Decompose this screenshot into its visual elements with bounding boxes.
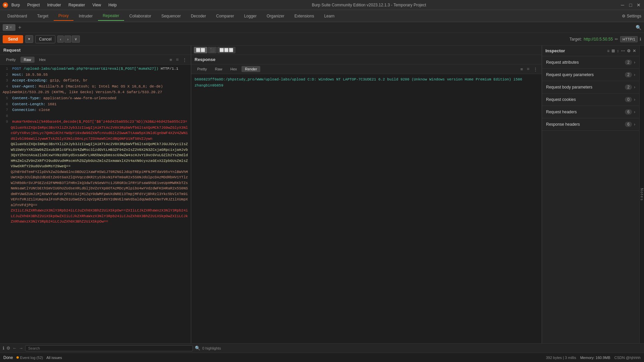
send-options-button[interactable]: ▾ (25, 35, 33, 43)
nav-tab-repeater[interactable]: Repeater (98, 11, 124, 21)
layout-btn-1[interactable]: ⬜⬜ (194, 47, 207, 53)
req-body-count: 2 (625, 84, 632, 90)
request-tab-hex[interactable]: Hex (36, 57, 49, 63)
title-bar: B Burp Project Intruder Repeater View He… (0, 0, 644, 10)
request-content: 1 POST /upload-labs/upload/web.php?0=ass… (0, 65, 191, 343)
nav-down-button[interactable]: ∨ (72, 36, 80, 43)
response-tab-hex[interactable]: Hex (227, 66, 240, 72)
inspector-item-req-body: Request body parameters 2 › (542, 81, 639, 94)
nav-tab-comparer[interactable]: Comparer (211, 12, 238, 20)
settings-button[interactable]: ⚙ Settings (622, 14, 641, 18)
inspector-grid-icon[interactable]: ⊞ (611, 49, 615, 53)
inspector-sort-icon[interactable]: ↕ (617, 49, 619, 53)
cancel-button[interactable]: Cancel (35, 35, 55, 43)
inspector-item-req-cookies-header[interactable]: Request cookies 0 › (542, 94, 639, 106)
request-line-2: 2 Host: 10.5.50.55 (3, 72, 188, 78)
bottom-forward-button[interactable]: → (19, 346, 23, 351)
req-query-chevron: › (634, 72, 635, 77)
maximize-button[interactable]: □ (628, 2, 633, 8)
inspector-close-icon[interactable]: ✕ (633, 49, 636, 53)
menu-project[interactable]: Project (26, 2, 41, 8)
target-label: Target: (570, 37, 582, 42)
main-nav: Dashboard Target Proxy Intruder Repeater… (0, 10, 644, 22)
inspector-item-req-query-header[interactable]: Request query parameters 2 › (542, 69, 639, 81)
request-view-icon2[interactable]: ⌗ (175, 56, 180, 63)
inspector-item-req-body-header[interactable]: Request body parameters 2 › (542, 81, 639, 93)
request-tabs-left: Pretty Raw Hex (3, 57, 49, 63)
menu-help[interactable]: Help (107, 2, 118, 8)
inspector-item-req-attrs-header[interactable]: Request attributes 2 › (542, 56, 639, 68)
menu-burp[interactable]: Burp (10, 2, 21, 8)
inspector-settings-icon[interactable]: ⚙ (627, 49, 631, 53)
request-tabs-right: ≡ ⌗ ⋮ (168, 56, 188, 63)
status-done: Done (3, 355, 13, 360)
menu-repeater[interactable]: Repeater (67, 2, 86, 8)
highlights-count: 0 highlights (202, 346, 221, 350)
layout-btn-2[interactable]: ⬛ (208, 47, 217, 53)
nav-tab-sequencer[interactable]: Sequencer (157, 12, 185, 20)
tab-close-icon[interactable]: ✕ (9, 25, 12, 29)
bottom-back-button[interactable]: ← (12, 346, 17, 351)
notes-label[interactable]: Notes (640, 188, 644, 201)
resp-headers-count: 6 (625, 122, 632, 127)
nav-tab-extensions[interactable]: Extensions (290, 12, 319, 20)
minimize-button[interactable]: ─ (620, 2, 625, 8)
layout-btn-3[interactable]: ⬜⬜⬜ (217, 47, 235, 53)
inspector-item-resp-headers-header[interactable]: Response headers 6 › (542, 118, 639, 130)
response-tab-raw[interactable]: Raw (212, 66, 226, 72)
nav-tab-intruder[interactable]: Intruder (74, 12, 97, 20)
nav-tab-collaborator[interactable]: Collaborator (125, 12, 156, 20)
bytes-label: 392 bytes | 3 millis (546, 356, 576, 360)
repeater-tab-2[interactable]: 2 ✕ (3, 24, 15, 31)
req-body-label: Request body parameters (546, 85, 592, 89)
response-more-icon[interactable]: ⋮ (532, 66, 539, 72)
menu-intruder[interactable]: Intruder (46, 2, 62, 8)
http-version-badge[interactable]: HTTP/1 (620, 36, 638, 42)
request-line-4: 4 User-Agent: Mozilla/5.0 (Macintosh; U;… (3, 84, 188, 96)
event-log[interactable]: Event log (52) (16, 356, 43, 360)
inspector-item-resp-headers: Response headers 6 › (542, 118, 639, 131)
info-icon[interactable]: ℹ (640, 37, 641, 42)
burp-logo: B (3, 2, 8, 8)
response-view-icon1[interactable]: ≡ (519, 66, 524, 72)
response-tab-render[interactable]: Render (241, 66, 260, 72)
request-tab-pretty[interactable]: Pretty (3, 57, 19, 63)
add-tab-button[interactable]: + (17, 24, 22, 31)
status-left: Done Event log (52) All issues (3, 355, 62, 360)
req-attrs-count: 2 (625, 60, 632, 65)
send-button[interactable]: Send (3, 35, 23, 43)
search-icon[interactable]: 🔍 (636, 25, 641, 30)
nav-tab-decoder[interactable]: Decoder (186, 12, 211, 20)
nav-tab-logger[interactable]: Logger (239, 12, 261, 20)
menu-view[interactable]: View (91, 2, 102, 8)
nav-tab-dashboard[interactable]: Dashboard (3, 12, 32, 20)
response-view-icon2[interactable]: ⌗ (526, 66, 531, 72)
nav-tab-organizer[interactable]: Organizer (262, 12, 289, 20)
bottom-info-icon[interactable]: ℹ (3, 346, 4, 351)
nav-back-button[interactable]: ‹ (57, 36, 64, 43)
request-more-icon[interactable]: ⋮ (181, 56, 188, 63)
inspector-split-icon[interactable]: ⋯ (621, 49, 625, 53)
notes-panel[interactable]: Notes (639, 46, 644, 343)
title-bar-menu[interactable]: Burp Project Intruder Repeater View Help (10, 2, 118, 8)
nav-tab-learn[interactable]: Learn (319, 12, 339, 20)
window-controls[interactable]: ─ □ ✕ (620, 2, 641, 8)
target-url[interactable]: http://10.5.50.55 (584, 37, 613, 42)
request-view-icon1[interactable]: ≡ (168, 56, 173, 63)
event-log-label[interactable]: Event log (52) (20, 356, 43, 360)
nav-tab-proxy[interactable]: Proxy (54, 11, 73, 21)
all-issues-label[interactable]: All issues (46, 356, 62, 360)
inspector-item-req-headers-header[interactable]: Request headers 6 › (542, 106, 639, 118)
nav-fwd-button[interactable]: › (64, 36, 71, 43)
response-tab-pretty[interactable]: Pretty (194, 66, 210, 72)
request-panel-header: Request (0, 46, 191, 55)
close-button[interactable]: ✕ (636, 2, 641, 8)
search-submit-icon[interactable]: 🔍 (195, 346, 200, 351)
bottom-settings-icon[interactable]: ⚙ (6, 346, 10, 351)
tab-bar-right: 🔍 (636, 25, 641, 30)
nav-tab-target[interactable]: Target (33, 12, 53, 20)
edit-target-icon[interactable]: ✏ (615, 37, 618, 42)
request-tab-raw[interactable]: Raw (20, 57, 35, 63)
search-input[interactable] (25, 345, 193, 351)
inspector-list-icon[interactable]: ≡ (607, 49, 609, 53)
